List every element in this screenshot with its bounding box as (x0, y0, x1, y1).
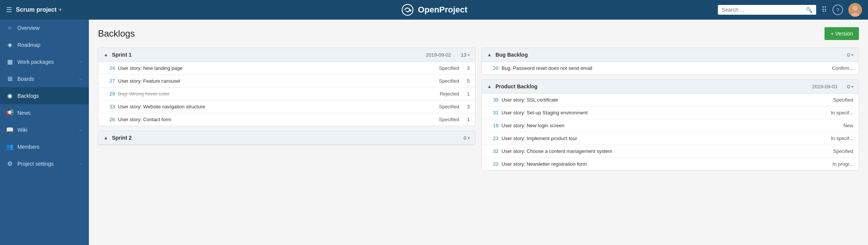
sidebar-item-news[interactable]: 📢 News (0, 104, 89, 121)
dropdown-arrow-icon[interactable]: ▾ (851, 85, 853, 89)
search-input[interactable] (722, 7, 804, 13)
sidebar-item-project-settings[interactable]: ⚙ Project settings → (0, 155, 89, 172)
work-item-title: User story: Set-up Staging environment (502, 110, 820, 116)
sprint1-header: ▲ Sprint 1 2019-09-02 13 ▾ (98, 48, 475, 62)
sidebar-item-overview[interactable]: ○ Overview (0, 20, 89, 36)
sidebar-item-roadmap[interactable]: ◈ Roadmap (0, 36, 89, 53)
add-version-button[interactable]: + Version (825, 27, 859, 40)
chevron-right-icon: → (78, 76, 83, 82)
work-item-status: Confirm... (823, 65, 853, 71)
work-item-status: Specified (823, 148, 853, 154)
work-item-status: Specified (429, 117, 459, 122)
sprint1-count: 13 ▾ (461, 52, 470, 58)
sidebar-item-work-packages[interactable]: ▦ Work packages → (0, 53, 89, 70)
apps-grid-icon[interactable]: ⠿ (821, 5, 827, 14)
collapse-icon[interactable]: ▲ (487, 52, 492, 57)
topbar-center: OpenProject (401, 3, 467, 17)
project-selector[interactable]: Scrum project ▾ (16, 6, 61, 13)
collapse-icon[interactable]: ▲ (104, 135, 108, 140)
work-item-title: User story: Implement product tour (502, 136, 820, 141)
search-icon: 🔍 (806, 7, 812, 13)
work-item-id[interactable]: 32 (487, 148, 498, 154)
table-row: 20 Bug: Password reset does not send ema… (482, 62, 859, 74)
dropdown-arrow-icon[interactable]: ▾ (851, 53, 853, 57)
work-item-points: 1 (462, 117, 470, 122)
members-icon: 👥 (6, 143, 14, 150)
bug-backlog-title: Bug Backlog (495, 52, 843, 58)
page-title: Backlogs (98, 28, 135, 39)
logo-text: OpenProject (418, 5, 467, 15)
work-item-id[interactable]: 29 (104, 91, 115, 97)
work-item-id[interactable]: 30 (487, 97, 498, 103)
work-item-status: Specified (429, 78, 459, 84)
backlogs-grid: ▲ Sprint 1 2019-09-02 13 ▾ 24 User story… (98, 48, 859, 175)
work-packages-icon: ▦ (6, 58, 14, 65)
logo[interactable]: OpenProject (401, 3, 467, 17)
topbar-left: ☰ Scrum project ▾ (6, 6, 61, 14)
work-item-id[interactable]: 26 (104, 117, 115, 122)
sidebar-item-wiki[interactable]: 📖 Wiki → (0, 121, 89, 138)
sprint1-card: ▲ Sprint 1 2019-09-02 13 ▾ 24 User story… (98, 48, 475, 126)
work-item-status: Rejected (429, 91, 459, 97)
table-row: 23 User story: Implement product tour In… (482, 132, 859, 145)
product-backlog-count: 0 ▾ (847, 84, 853, 89)
work-item-id[interactable]: 24 (104, 65, 115, 71)
work-item-id[interactable]: 22 (487, 161, 498, 167)
work-item-id[interactable]: 23 (487, 136, 498, 141)
sidebar-item-label: Project settings (17, 161, 75, 167)
sidebar-item-backlogs[interactable]: ◉ Backlogs (0, 87, 89, 104)
avatar[interactable] (848, 3, 862, 17)
chevron-right-icon: → (78, 161, 83, 166)
work-item-id[interactable]: 33 (104, 104, 115, 109)
project-name-label: Scrum project (16, 6, 57, 13)
dropdown-arrow-icon[interactable]: ▾ (468, 136, 470, 140)
table-row: 32 User story: Choose a content manageme… (482, 145, 859, 158)
work-item-title: User story: Feature carousel (118, 78, 426, 84)
sprint2-card: ▲ Sprint 2 0 ▾ (98, 131, 475, 145)
chevron-right-icon: → (78, 127, 83, 133)
svg-point-1 (409, 9, 411, 11)
help-icon[interactable]: ? (832, 5, 843, 15)
sidebar-item-label: Backlogs (17, 93, 83, 99)
svg-point-3 (852, 6, 858, 11)
left-column: ▲ Sprint 1 2019-09-02 13 ▾ 24 User story… (98, 48, 475, 175)
sidebar: ○ Overview ◈ Roadmap ▦ Work packages → ⊞… (0, 20, 89, 245)
work-item-id[interactable]: 27 (104, 78, 115, 84)
topbar: ☰ Scrum project ▾ OpenProject 🔍 ⠿ ? (0, 0, 868, 20)
work-item-id[interactable]: 19 (487, 123, 498, 128)
hamburger-icon[interactable]: ☰ (6, 6, 12, 14)
work-item-id[interactable]: 20 (487, 65, 498, 71)
bug-backlog-header: ▲ Bug Backlog 0 ▾ (482, 48, 859, 62)
sidebar-item-boards[interactable]: ⊞ Boards → (0, 70, 89, 87)
work-item-status: In specif... (823, 110, 853, 116)
collapse-icon[interactable]: ▲ (104, 52, 108, 57)
table-row: 27 User story: Feature carousel Specifie… (98, 75, 475, 88)
content-area: Backlogs + Version ▲ Sprint 1 2019-09-02… (89, 20, 868, 245)
search-box[interactable]: 🔍 (718, 5, 816, 15)
work-item-points: 5 (462, 78, 470, 84)
topbar-right: 🔍 ⠿ ? (718, 3, 862, 17)
table-row: 30 User story: SSL certificate Specified (482, 94, 859, 106)
work-item-status: In progr... (823, 161, 853, 167)
work-item-title: Bug: Wrong hover color (118, 91, 426, 97)
table-row: 33 User story: Website navigation struct… (98, 100, 475, 113)
overview-icon: ○ (6, 25, 14, 31)
work-item-points: 1 (462, 91, 470, 97)
collapse-icon[interactable]: ▲ (487, 84, 492, 89)
work-item-status: In specif... (823, 136, 853, 141)
work-item-title: User story: Website navigation structure (118, 104, 426, 109)
sidebar-item-members[interactable]: 👥 Members (0, 138, 89, 155)
work-item-id[interactable]: 31 (487, 110, 498, 116)
product-backlog-title: Product Backlog (495, 83, 808, 89)
bug-backlog-count: 0 ▾ (847, 52, 853, 58)
table-row: 29 Bug: Wrong hover color Rejected 1 (98, 88, 475, 100)
sidebar-item-label: Boards (17, 76, 75, 82)
dropdown-arrow-icon[interactable]: ▾ (468, 53, 470, 57)
sprint2-title: Sprint 2 (112, 135, 450, 141)
product-backlog-card: ▲ Product Backlog 2019-09-03 0 ▾ 30 User… (481, 79, 859, 171)
sidebar-item-label: Overview (17, 25, 83, 31)
main-layout: ○ Overview ◈ Roadmap ▦ Work packages → ⊞… (0, 20, 868, 245)
work-item-title: User story: Contact form (118, 117, 426, 122)
right-column: ▲ Bug Backlog 0 ▾ 20 Bug: Password reset… (481, 48, 859, 175)
work-item-title: User story: Choose a content management … (502, 148, 820, 154)
